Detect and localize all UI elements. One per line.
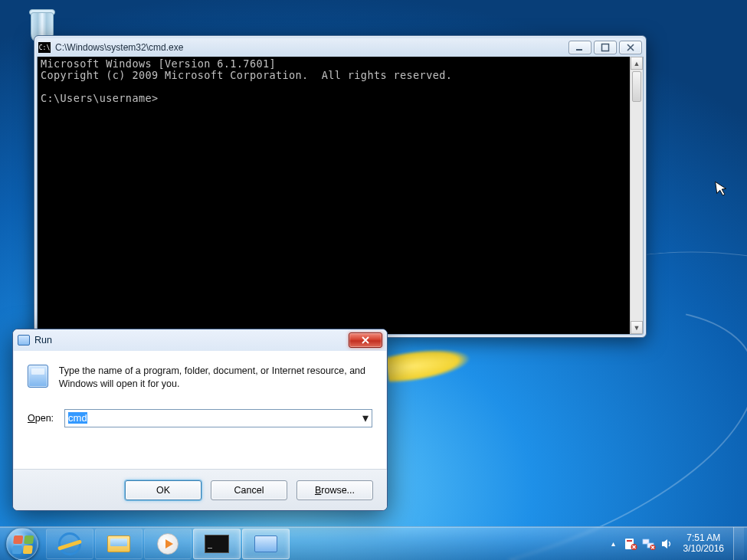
clock-date: 3/10/2016	[683, 544, 724, 555]
start-button[interactable]	[2, 527, 43, 560]
taskbar-item-explorer[interactable]	[95, 529, 143, 559]
mouse-cursor	[715, 179, 731, 198]
explorer-icon	[107, 535, 130, 552]
combo-dropdown-button[interactable]: ▾	[359, 409, 372, 427]
run-dialog: Run Type the name of a program, folder, …	[12, 329, 388, 511]
scroll-thumb[interactable]	[632, 71, 641, 102]
close-button[interactable]	[619, 41, 642, 54]
browse-button[interactable]: Browse...	[297, 480, 373, 500]
run-app-icon	[18, 335, 30, 345]
minimize-button[interactable]	[568, 41, 591, 54]
network-icon[interactable]	[642, 537, 656, 551]
run-titlebar[interactable]: Run	[13, 329, 387, 351]
vertical-scrollbar[interactable]: ▲ ▼	[630, 57, 643, 334]
taskbar-item-ie[interactable]	[46, 529, 93, 559]
taskbar-item-run[interactable]	[242, 529, 290, 559]
svg-rect-3	[627, 540, 632, 542]
close-button[interactable]	[349, 332, 382, 348]
maximize-button[interactable]	[594, 41, 617, 54]
volume-icon[interactable]	[660, 537, 674, 551]
clock[interactable]: 7:51 AM 3/10/2016	[683, 533, 724, 555]
scroll-up-button[interactable]: ▲	[631, 57, 643, 70]
taskbar-item-cmd[interactable]: —	[193, 529, 241, 559]
run-icon	[254, 535, 277, 552]
svg-rect-1	[602, 44, 609, 51]
open-label: Open:	[28, 413, 54, 424]
ie-icon	[58, 532, 81, 555]
windows-logo-icon	[6, 528, 38, 560]
media-player-icon	[157, 533, 179, 555]
run-description: Type the name of a program, folder, docu…	[59, 365, 372, 391]
run-dialog-icon	[28, 365, 48, 388]
taskbar: — ▴ 7:51 AM 3/10/2016	[0, 526, 747, 560]
cmd-icon: —	[205, 535, 229, 553]
cmd-titlebar[interactable]: C:\ C:\Windows\system32\cmd.exe	[37, 38, 644, 57]
cmd-title-text: C:\Windows\system32\cmd.exe	[55, 42, 564, 53]
scroll-down-button[interactable]: ▼	[631, 321, 643, 334]
cancel-button[interactable]: Cancel	[211, 480, 287, 500]
show-desktop-button[interactable]	[733, 527, 744, 561]
cmd-window: C:\ C:\Windows\system32\cmd.exe Microsof…	[34, 35, 647, 338]
open-input[interactable]	[64, 409, 372, 427]
svg-rect-0	[576, 49, 582, 51]
run-button-row: OK Cancel Browse...	[13, 469, 387, 510]
tray-overflow-button[interactable]: ▴	[608, 539, 619, 548]
taskbar-item-media-player[interactable]	[144, 529, 192, 559]
cmd-app-icon: C:\	[38, 42, 51, 53]
cmd-output[interactable]: Microsoft Windows [Version 6.1.7601] Cop…	[38, 57, 630, 334]
ok-button[interactable]: OK	[125, 480, 201, 500]
run-title-text: Run	[34, 335, 344, 345]
action-center-icon[interactable]	[624, 537, 637, 551]
clock-time: 7:51 AM	[683, 533, 724, 544]
